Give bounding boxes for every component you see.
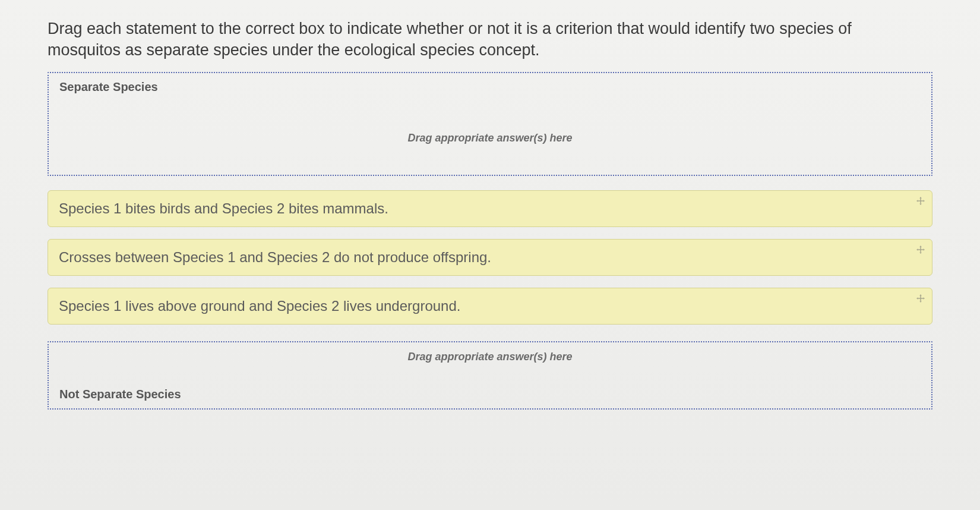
dropzone-not-separate-hint: Drag appropriate answer(s) here <box>407 351 572 363</box>
move-icon <box>916 245 925 254</box>
svg-rect-1 <box>918 200 924 201</box>
draggable-cards-container: Species 1 bites birds and Species 2 bite… <box>48 190 932 325</box>
dropzone-separate-hint: Drag appropriate answer(s) here <box>407 132 572 144</box>
statement-text: Species 1 bites birds and Species 2 bite… <box>59 200 388 216</box>
svg-rect-3 <box>918 249 924 250</box>
move-icon <box>916 197 925 205</box>
statement-card-1[interactable]: Species 1 bites birds and Species 2 bite… <box>48 190 932 227</box>
svg-rect-5 <box>918 298 924 298</box>
dropzone-separate-species[interactable]: Separate Species Drag appropriate answer… <box>48 72 932 176</box>
statement-text: Species 1 lives above ground and Species… <box>59 298 460 314</box>
dropzone-not-separate-species[interactable]: Drag appropriate answer(s) here Not Sepa… <box>48 341 932 410</box>
dropzone-separate-label: Separate Species <box>59 80 158 94</box>
statement-card-2[interactable]: Crosses between Species 1 and Species 2 … <box>48 239 932 276</box>
statement-text: Crosses between Species 1 and Species 2 … <box>59 249 491 265</box>
dropzone-not-separate-label: Not Separate Species <box>59 388 181 401</box>
question-instructions: Drag each statement to the correct box t… <box>48 18 879 61</box>
statement-card-3[interactable]: Species 1 lives above ground and Species… <box>48 288 932 325</box>
move-icon <box>916 294 925 303</box>
